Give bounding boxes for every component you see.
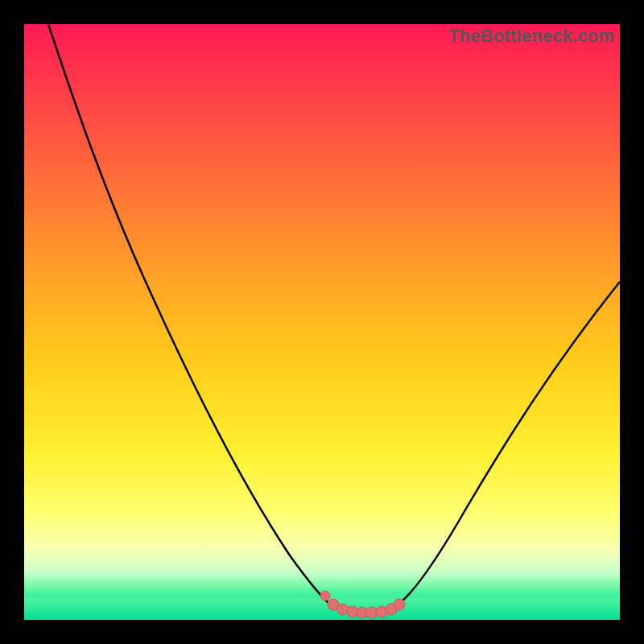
chart-frame: TheBottleneck.com — [24, 24, 620, 620]
lone-marker — [320, 591, 330, 601]
svg-point-7 — [394, 599, 405, 610]
watermark-text: TheBottleneck.com — [449, 26, 615, 47]
flat-bottom-markers — [328, 599, 405, 618]
right-curve — [394, 282, 620, 607]
left-curve — [48, 24, 333, 607]
curve-layer — [24, 24, 620, 620]
